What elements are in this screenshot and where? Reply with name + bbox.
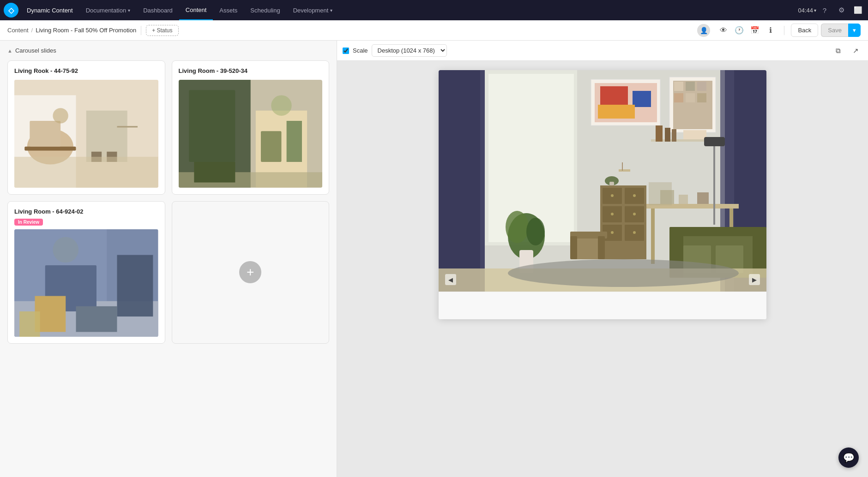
svg-rect-52 xyxy=(665,128,670,142)
svg-rect-45 xyxy=(686,82,695,91)
svg-point-63 xyxy=(611,213,614,215)
add-slide-card[interactable]: + xyxy=(172,201,330,344)
collapse-icon[interactable]: ▲ xyxy=(7,48,12,54)
preview-frame: ◀ ▶ xyxy=(439,70,766,319)
save-arrow-button[interactable]: ▾ xyxy=(848,24,861,37)
slide-image-3 xyxy=(14,229,158,337)
svg-rect-53 xyxy=(672,129,676,142)
svg-rect-28 xyxy=(19,311,40,337)
nav-window-button[interactable]: ⬜ xyxy=(850,3,865,18)
slide-card-1[interactable]: Living Rook - 44-75-92 xyxy=(7,60,165,195)
slide-title-1: Living Rook - 44-75-92 xyxy=(14,67,158,74)
top-nav: ◇ Dynamic Content Documentation ▾ Dashbo… xyxy=(0,0,868,20)
svg-rect-77 xyxy=(651,209,655,264)
svg-rect-8 xyxy=(117,126,138,127)
preview-bottom xyxy=(439,292,766,319)
breadcrumb-divider xyxy=(141,26,141,35)
preview-toolbar: Scale Desktop (1024 x 768) Mobile (375 x… xyxy=(337,41,868,61)
slides-grid: Living Rook - 44-75-92 xyxy=(7,60,329,344)
nav-item-documentation[interactable]: Documentation ▾ xyxy=(79,0,137,20)
preview-nav-left[interactable]: ◀ xyxy=(445,274,456,285)
svg-rect-39 xyxy=(600,86,628,105)
svg-rect-18 xyxy=(194,162,235,183)
svg-rect-16 xyxy=(286,121,301,162)
save-button[interactable]: Save xyxy=(821,24,848,37)
history-icon-button[interactable]: 🕐 xyxy=(732,24,746,37)
preview-external-button[interactable]: ↗ xyxy=(849,44,862,58)
nav-help-button[interactable]: ? xyxy=(817,3,832,18)
svg-rect-48 xyxy=(686,93,695,102)
resolution-select[interactable]: Desktop (1024 x 768) Mobile (375 x 667) … xyxy=(372,44,447,57)
nav-item-assets[interactable]: Assets xyxy=(213,0,244,20)
app-logo[interactable]: ◇ xyxy=(4,3,18,18)
svg-rect-3 xyxy=(24,147,76,151)
slide-image-1 xyxy=(14,80,158,188)
status-button[interactable]: + Status xyxy=(146,25,178,36)
svg-rect-25 xyxy=(76,306,117,332)
back-button[interactable]: Back xyxy=(791,24,818,37)
preview-nav-right[interactable]: ▶ xyxy=(749,274,760,285)
slide-image-2 xyxy=(179,80,323,188)
svg-rect-47 xyxy=(674,93,683,102)
svg-rect-4 xyxy=(30,121,60,147)
svg-rect-15 xyxy=(261,131,282,162)
svg-point-27 xyxy=(53,237,78,262)
svg-point-72 xyxy=(526,218,545,245)
svg-rect-96 xyxy=(649,182,672,205)
breadcrumb-root[interactable]: Content xyxy=(7,27,29,34)
svg-point-64 xyxy=(611,231,614,234)
calendar-icon-button[interactable]: 📅 xyxy=(748,24,762,37)
nav-item-scheduling[interactable]: Scheduling xyxy=(244,0,286,20)
svg-rect-92 xyxy=(570,236,577,259)
breadcrumb-current: Living Room - Fall 50% Off Promotion xyxy=(36,27,136,34)
nav-item-content[interactable]: Content xyxy=(179,0,213,20)
scale-label: Scale xyxy=(353,47,368,54)
add-circle-button[interactable]: + xyxy=(239,261,261,283)
svg-rect-30 xyxy=(439,70,485,292)
svg-point-65 xyxy=(633,194,636,197)
svg-point-10 xyxy=(53,108,68,123)
slide-card-3[interactable]: Living Room - 64-924-02 In Review xyxy=(7,201,165,344)
chevron-down-icon: ▾ xyxy=(128,8,130,13)
nav-item-development[interactable]: Development ▾ xyxy=(287,0,339,20)
slide-title-2: Living Room - 39-520-34 xyxy=(179,67,323,74)
nav-item-dynamic-content[interactable]: Dynamic Content xyxy=(20,0,79,20)
svg-point-19 xyxy=(271,95,292,116)
in-review-badge: In Review xyxy=(14,219,43,226)
breadcrumb-bar: Content / Living Room - Fall 50% Off Pro… xyxy=(0,20,868,41)
svg-rect-83 xyxy=(704,137,725,146)
nav-time-display: 04:44 ▾ xyxy=(798,7,816,14)
info-icon-button[interactable]: ℹ xyxy=(764,24,778,37)
eye-icon-button[interactable]: 👁 xyxy=(717,24,730,37)
user-avatar: 👤 xyxy=(697,24,710,37)
clock-chevron-icon: ▾ xyxy=(814,8,816,13)
chat-bubble[interactable]: 💬 xyxy=(838,447,859,468)
main-layout: ▲ Carousel slides Living Rook - 44-75-92 xyxy=(0,41,868,477)
scale-checkbox[interactable] xyxy=(343,48,349,54)
chevron-down-icon: ▾ xyxy=(330,8,332,13)
breadcrumb-actions: 👁 🕐 📅 ℹ xyxy=(717,24,778,37)
svg-point-66 xyxy=(633,213,636,215)
section-header: ▲ Carousel slides xyxy=(7,47,329,54)
preview-content: ◀ ▶ xyxy=(337,61,868,477)
preview-image-container: ◀ ▶ xyxy=(439,70,766,292)
svg-point-67 xyxy=(633,231,636,234)
svg-rect-75 xyxy=(609,182,614,185)
svg-rect-69 xyxy=(622,162,623,171)
svg-rect-44 xyxy=(674,82,683,91)
slide-card-2[interactable]: Living Room - 39-520-34 xyxy=(172,60,330,195)
preview-copy-button[interactable]: ⧉ xyxy=(831,44,845,58)
svg-rect-81 xyxy=(697,192,709,204)
svg-rect-93 xyxy=(598,236,605,259)
svg-rect-82 xyxy=(713,142,715,225)
svg-rect-40 xyxy=(633,91,651,107)
nav-item-dashboard[interactable]: Dashboard xyxy=(137,0,179,20)
svg-rect-9 xyxy=(14,157,158,188)
left-panel: ▲ Carousel slides Living Rook - 44-75-92 xyxy=(0,41,337,477)
svg-point-95 xyxy=(508,259,739,287)
svg-rect-26 xyxy=(117,255,153,316)
right-panel: Scale Desktop (1024 x 768) Mobile (375 x… xyxy=(337,41,868,477)
svg-rect-13 xyxy=(189,90,235,162)
svg-rect-68 xyxy=(619,169,630,172)
nav-settings-button[interactable]: ⚙ xyxy=(834,3,849,18)
